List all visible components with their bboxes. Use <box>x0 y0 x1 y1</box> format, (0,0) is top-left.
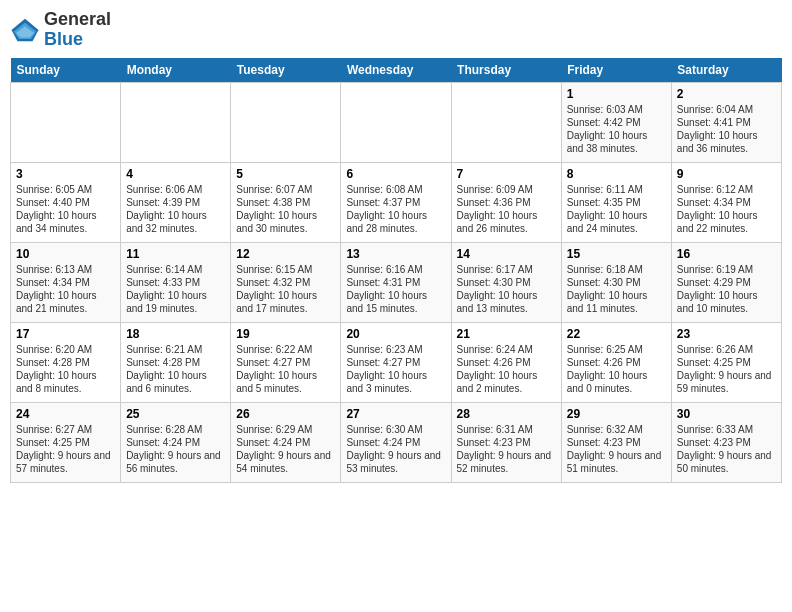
calendar-cell: 11Sunrise: 6:14 AM Sunset: 4:33 PM Dayli… <box>121 242 231 322</box>
day-number: 8 <box>567 167 666 181</box>
day-info: Sunrise: 6:24 AM Sunset: 4:26 PM Dayligh… <box>457 343 556 395</box>
calendar-cell: 2Sunrise: 6:04 AM Sunset: 4:41 PM Daylig… <box>671 82 781 162</box>
day-info: Sunrise: 6:03 AM Sunset: 4:42 PM Dayligh… <box>567 103 666 155</box>
day-info: Sunrise: 6:26 AM Sunset: 4:25 PM Dayligh… <box>677 343 776 395</box>
calendar-day-header: Saturday <box>671 58 781 83</box>
day-info: Sunrise: 6:32 AM Sunset: 4:23 PM Dayligh… <box>567 423 666 475</box>
day-number: 16 <box>677 247 776 261</box>
day-info: Sunrise: 6:18 AM Sunset: 4:30 PM Dayligh… <box>567 263 666 315</box>
day-info: Sunrise: 6:25 AM Sunset: 4:26 PM Dayligh… <box>567 343 666 395</box>
calendar-cell: 4Sunrise: 6:06 AM Sunset: 4:39 PM Daylig… <box>121 162 231 242</box>
day-number: 15 <box>567 247 666 261</box>
calendar-week-row: 3Sunrise: 6:05 AM Sunset: 4:40 PM Daylig… <box>11 162 782 242</box>
calendar-week-row: 24Sunrise: 6:27 AM Sunset: 4:25 PM Dayli… <box>11 402 782 482</box>
day-info: Sunrise: 6:14 AM Sunset: 4:33 PM Dayligh… <box>126 263 225 315</box>
day-number: 2 <box>677 87 776 101</box>
day-info: Sunrise: 6:13 AM Sunset: 4:34 PM Dayligh… <box>16 263 115 315</box>
calendar-header-row: SundayMondayTuesdayWednesdayThursdayFrid… <box>11 58 782 83</box>
day-number: 5 <box>236 167 335 181</box>
calendar-cell: 7Sunrise: 6:09 AM Sunset: 4:36 PM Daylig… <box>451 162 561 242</box>
day-number: 22 <box>567 327 666 341</box>
logo: General Blue <box>10 10 111 50</box>
day-info: Sunrise: 6:22 AM Sunset: 4:27 PM Dayligh… <box>236 343 335 395</box>
day-number: 7 <box>457 167 556 181</box>
day-number: 24 <box>16 407 115 421</box>
calendar-cell: 8Sunrise: 6:11 AM Sunset: 4:35 PM Daylig… <box>561 162 671 242</box>
calendar-week-row: 1Sunrise: 6:03 AM Sunset: 4:42 PM Daylig… <box>11 82 782 162</box>
calendar-table: SundayMondayTuesdayWednesdayThursdayFrid… <box>10 58 782 483</box>
day-info: Sunrise: 6:09 AM Sunset: 4:36 PM Dayligh… <box>457 183 556 235</box>
day-number: 29 <box>567 407 666 421</box>
day-number: 4 <box>126 167 225 181</box>
day-number: 1 <box>567 87 666 101</box>
day-info: Sunrise: 6:33 AM Sunset: 4:23 PM Dayligh… <box>677 423 776 475</box>
day-info: Sunrise: 6:08 AM Sunset: 4:37 PM Dayligh… <box>346 183 445 235</box>
calendar-week-row: 17Sunrise: 6:20 AM Sunset: 4:28 PM Dayli… <box>11 322 782 402</box>
day-number: 21 <box>457 327 556 341</box>
day-number: 12 <box>236 247 335 261</box>
calendar-cell: 1Sunrise: 6:03 AM Sunset: 4:42 PM Daylig… <box>561 82 671 162</box>
day-info: Sunrise: 6:12 AM Sunset: 4:34 PM Dayligh… <box>677 183 776 235</box>
calendar-cell <box>341 82 451 162</box>
day-info: Sunrise: 6:30 AM Sunset: 4:24 PM Dayligh… <box>346 423 445 475</box>
calendar-week-row: 10Sunrise: 6:13 AM Sunset: 4:34 PM Dayli… <box>11 242 782 322</box>
calendar-cell <box>231 82 341 162</box>
calendar-cell: 26Sunrise: 6:29 AM Sunset: 4:24 PM Dayli… <box>231 402 341 482</box>
calendar-cell: 17Sunrise: 6:20 AM Sunset: 4:28 PM Dayli… <box>11 322 121 402</box>
calendar-cell: 10Sunrise: 6:13 AM Sunset: 4:34 PM Dayli… <box>11 242 121 322</box>
calendar-cell <box>11 82 121 162</box>
calendar-cell: 29Sunrise: 6:32 AM Sunset: 4:23 PM Dayli… <box>561 402 671 482</box>
day-number: 17 <box>16 327 115 341</box>
day-number: 10 <box>16 247 115 261</box>
day-number: 13 <box>346 247 445 261</box>
calendar-cell: 12Sunrise: 6:15 AM Sunset: 4:32 PM Dayli… <box>231 242 341 322</box>
calendar-cell: 18Sunrise: 6:21 AM Sunset: 4:28 PM Dayli… <box>121 322 231 402</box>
day-info: Sunrise: 6:29 AM Sunset: 4:24 PM Dayligh… <box>236 423 335 475</box>
day-info: Sunrise: 6:28 AM Sunset: 4:24 PM Dayligh… <box>126 423 225 475</box>
day-number: 6 <box>346 167 445 181</box>
calendar-cell: 23Sunrise: 6:26 AM Sunset: 4:25 PM Dayli… <box>671 322 781 402</box>
day-info: Sunrise: 6:16 AM Sunset: 4:31 PM Dayligh… <box>346 263 445 315</box>
day-info: Sunrise: 6:31 AM Sunset: 4:23 PM Dayligh… <box>457 423 556 475</box>
day-info: Sunrise: 6:21 AM Sunset: 4:28 PM Dayligh… <box>126 343 225 395</box>
calendar-day-header: Friday <box>561 58 671 83</box>
day-number: 14 <box>457 247 556 261</box>
calendar-day-header: Tuesday <box>231 58 341 83</box>
calendar-cell: 6Sunrise: 6:08 AM Sunset: 4:37 PM Daylig… <box>341 162 451 242</box>
day-info: Sunrise: 6:11 AM Sunset: 4:35 PM Dayligh… <box>567 183 666 235</box>
calendar-cell: 13Sunrise: 6:16 AM Sunset: 4:31 PM Dayli… <box>341 242 451 322</box>
page-header: General Blue <box>10 10 782 50</box>
calendar-cell: 21Sunrise: 6:24 AM Sunset: 4:26 PM Dayli… <box>451 322 561 402</box>
day-info: Sunrise: 6:06 AM Sunset: 4:39 PM Dayligh… <box>126 183 225 235</box>
day-number: 9 <box>677 167 776 181</box>
calendar-cell <box>121 82 231 162</box>
day-number: 25 <box>126 407 225 421</box>
calendar-cell: 30Sunrise: 6:33 AM Sunset: 4:23 PM Dayli… <box>671 402 781 482</box>
calendar-body: 1Sunrise: 6:03 AM Sunset: 4:42 PM Daylig… <box>11 82 782 482</box>
day-number: 19 <box>236 327 335 341</box>
calendar-cell: 19Sunrise: 6:22 AM Sunset: 4:27 PM Dayli… <box>231 322 341 402</box>
logo-text: General Blue <box>44 10 111 50</box>
day-number: 18 <box>126 327 225 341</box>
day-number: 23 <box>677 327 776 341</box>
calendar-cell: 20Sunrise: 6:23 AM Sunset: 4:27 PM Dayli… <box>341 322 451 402</box>
calendar-cell: 14Sunrise: 6:17 AM Sunset: 4:30 PM Dayli… <box>451 242 561 322</box>
day-info: Sunrise: 6:27 AM Sunset: 4:25 PM Dayligh… <box>16 423 115 475</box>
calendar-day-header: Sunday <box>11 58 121 83</box>
day-info: Sunrise: 6:15 AM Sunset: 4:32 PM Dayligh… <box>236 263 335 315</box>
calendar-cell: 9Sunrise: 6:12 AM Sunset: 4:34 PM Daylig… <box>671 162 781 242</box>
calendar-cell: 15Sunrise: 6:18 AM Sunset: 4:30 PM Dayli… <box>561 242 671 322</box>
calendar-cell: 22Sunrise: 6:25 AM Sunset: 4:26 PM Dayli… <box>561 322 671 402</box>
calendar-cell: 25Sunrise: 6:28 AM Sunset: 4:24 PM Dayli… <box>121 402 231 482</box>
day-number: 28 <box>457 407 556 421</box>
calendar-cell: 27Sunrise: 6:30 AM Sunset: 4:24 PM Dayli… <box>341 402 451 482</box>
calendar-cell: 3Sunrise: 6:05 AM Sunset: 4:40 PM Daylig… <box>11 162 121 242</box>
calendar-cell: 28Sunrise: 6:31 AM Sunset: 4:23 PM Dayli… <box>451 402 561 482</box>
day-number: 11 <box>126 247 225 261</box>
day-info: Sunrise: 6:04 AM Sunset: 4:41 PM Dayligh… <box>677 103 776 155</box>
calendar-day-header: Thursday <box>451 58 561 83</box>
calendar-cell: 24Sunrise: 6:27 AM Sunset: 4:25 PM Dayli… <box>11 402 121 482</box>
calendar-cell: 16Sunrise: 6:19 AM Sunset: 4:29 PM Dayli… <box>671 242 781 322</box>
calendar-cell: 5Sunrise: 6:07 AM Sunset: 4:38 PM Daylig… <box>231 162 341 242</box>
day-number: 3 <box>16 167 115 181</box>
